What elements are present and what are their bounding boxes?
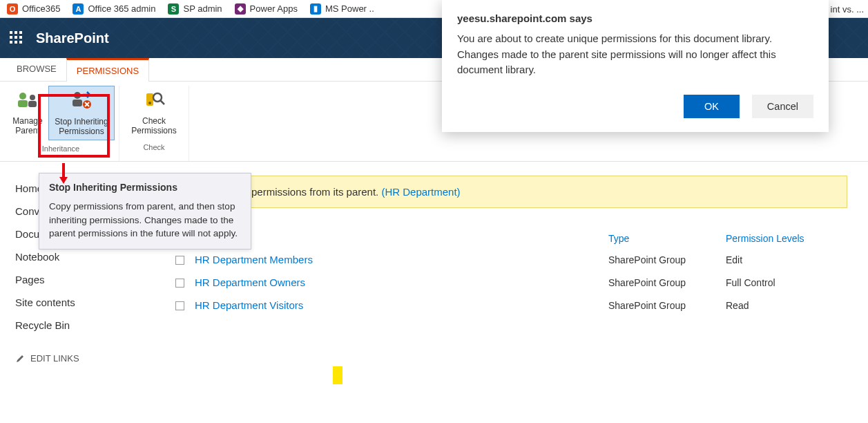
bookmark-ms-power[interactable]: ▮ MS Power ..: [310, 3, 374, 15]
ribbon-group-inheritance: Manage Parent Stop Inheriting Permission…: [3, 86, 119, 161]
check-permissions-button[interactable]: Check Permissions: [124, 86, 184, 139]
cell-type: SharePoint Group: [606, 271, 723, 294]
group-link-owners[interactable]: HR Department Owners: [195, 276, 305, 288]
nav-pages[interactable]: Pages: [15, 268, 159, 291]
app-launcher-icon[interactable]: [10, 31, 23, 45]
svg-rect-5: [73, 100, 82, 106]
bookmark-power-apps[interactable]: ◆ Power Apps: [235, 3, 298, 15]
cell-type: SharePoint Group: [606, 248, 723, 271]
col-name-header[interactable]: [192, 229, 606, 248]
col-levels-header[interactable]: Permission Levels: [723, 229, 847, 248]
app-icon: A: [73, 3, 84, 15]
svg-point-2: [30, 95, 35, 100]
main-panel: ...rary inherits permissions from its pa…: [159, 162, 868, 364]
app-icon: ◆: [235, 3, 246, 15]
svg-point-4: [74, 92, 81, 99]
edit-links-button[interactable]: EDIT LINKS: [15, 337, 159, 364]
cell-type: SharePoint Group: [606, 294, 723, 317]
app-icon: S: [168, 3, 179, 15]
dialog-title: yeesu.sharepoint.com says: [457, 12, 813, 24]
stop-inheriting-tooltip: Stop Inheriting Permissions Copy permiss…: [39, 173, 251, 250]
tab-permissions[interactable]: PERMISSIONS: [66, 58, 149, 82]
manage-parent-icon: [15, 88, 40, 113]
svg-rect-3: [28, 101, 37, 107]
group-label-inheritance: Inheritance: [42, 140, 79, 154]
app-icon: ▮: [310, 3, 321, 15]
permissions-table: Type Permission Levels HR Department Mem…: [173, 229, 847, 317]
dialog-cancel-button[interactable]: Cancel: [752, 95, 813, 118]
parent-site-link[interactable]: (HR Department): [381, 186, 460, 198]
group-label-check: Check: [143, 139, 164, 153]
confirm-dialog: yeesu.sharepoint.com says You are about …: [442, 0, 829, 132]
stop-inheriting-label: Stop Inheriting Permissions: [55, 117, 108, 137]
bookmark-sp-admin[interactable]: S SP admin: [168, 3, 222, 15]
manage-parent-button[interactable]: Manage Parent: [7, 86, 48, 140]
table-row[interactable]: HR Department Members SharePoint Group E…: [173, 248, 847, 271]
svg-rect-1: [18, 100, 28, 107]
row-checkbox[interactable]: [175, 301, 184, 310]
check-permissions-icon: [142, 88, 166, 113]
highlight-cursor-marker: [333, 366, 343, 384]
dialog-body: You are about to create unique permissio…: [457, 31, 813, 78]
row-checkbox[interactable]: [175, 279, 184, 288]
pencil-icon: [15, 354, 25, 364]
manage-parent-label: Manage Parent: [12, 116, 42, 136]
nav-site-contents[interactable]: Site contents: [15, 291, 159, 314]
tooltip-body: Copy permissions from parent, and then s…: [49, 200, 241, 241]
nav-recycle-bin[interactable]: Recycle Bin: [15, 314, 159, 337]
table-row[interactable]: HR Department Owners SharePoint Group Fu…: [173, 271, 847, 294]
dialog-ok-button[interactable]: OK: [684, 95, 740, 118]
col-type-header[interactable]: Type: [606, 229, 723, 248]
svg-line-10: [160, 100, 164, 104]
cell-level: Edit: [723, 248, 847, 271]
svg-point-0: [19, 93, 26, 100]
group-link-visitors[interactable]: HR Department Visitors: [195, 299, 303, 311]
check-permissions-label: Check Permissions: [131, 116, 176, 136]
stop-inheriting-icon: [69, 89, 94, 114]
ribbon-group-check: Check Permissions Check: [119, 86, 189, 161]
tab-browse[interactable]: BROWSE: [7, 58, 66, 81]
row-checkbox[interactable]: [175, 256, 184, 265]
bookmark-office365-admin[interactable]: A Office 365 admin: [73, 3, 155, 15]
svg-marker-12: [59, 177, 68, 184]
truncated-bookmark: int vs. ...: [831, 4, 864, 15]
tooltip-title: Stop Inheriting Permissions: [49, 182, 241, 193]
group-link-members[interactable]: HR Department Members: [195, 254, 313, 265]
suite-title: SharePoint: [36, 30, 109, 46]
cell-level: Full Control: [723, 271, 847, 294]
svg-point-8: [148, 102, 151, 104]
annotation-arrow-icon: [59, 163, 68, 184]
inheritance-info-banner: ...rary inherits permissions from its pa…: [173, 176, 847, 208]
cell-level: Read: [723, 294, 847, 317]
stop-inheriting-permissions-button[interactable]: Stop Inheriting Permissions: [48, 86, 115, 140]
table-row[interactable]: HR Department Visitors SharePoint Group …: [173, 294, 847, 317]
bookmark-office365[interactable]: O Office365: [7, 3, 60, 15]
app-icon: O: [7, 3, 18, 15]
